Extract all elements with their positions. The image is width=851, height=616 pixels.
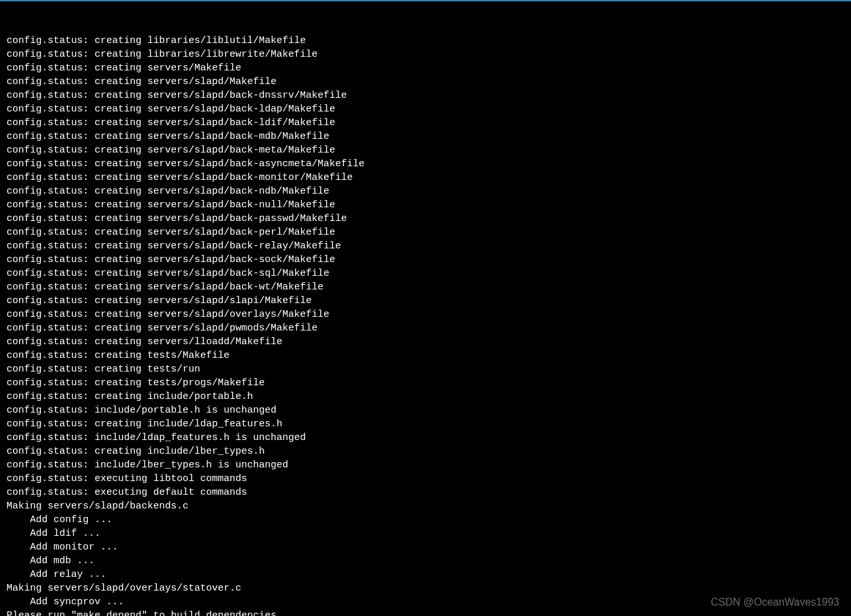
terminal-line: config.status: executing default command… bbox=[7, 486, 844, 499]
terminal-line: Add ldif ... bbox=[7, 527, 844, 540]
terminal-line: Add mdb ... bbox=[7, 554, 844, 568]
terminal-line: Making servers/slapd/overlays/statover.c bbox=[7, 581, 844, 595]
terminal-line: config.status: creating servers/slapd/ba… bbox=[7, 171, 844, 184]
terminal-output[interactable]: config.status: creating libraries/liblut… bbox=[0, 1, 851, 616]
terminal-line: Add config ... bbox=[7, 513, 844, 527]
terminal-line: config.status: executing libtool command… bbox=[7, 472, 844, 486]
terminal-line: config.status: creating servers/slapd/ba… bbox=[7, 198, 844, 212]
terminal-line: config.status: creating include/lber_typ… bbox=[7, 445, 844, 458]
terminal-line: config.status: creating servers/slapd/ba… bbox=[7, 280, 844, 294]
terminal-line: config.status: include/lber_types.h is u… bbox=[7, 458, 844, 472]
terminal-line: Making servers/slapd/backends.c bbox=[7, 499, 844, 513]
terminal-line: config.status: creating servers/slapd/ba… bbox=[7, 253, 844, 267]
terminal-line: config.status: creating servers/slapd/ba… bbox=[7, 184, 844, 198]
terminal-line: config.status: creating servers/slapd/ba… bbox=[7, 143, 844, 157]
terminal-line: Please run "make depend" to build depend… bbox=[7, 609, 844, 616]
terminal-line: config.status: creating servers/slapd/ba… bbox=[7, 89, 844, 102]
terminal-line: config.status: creating tests/run bbox=[7, 362, 844, 376]
terminal-line: config.status: creating servers/slapd/Ma… bbox=[7, 75, 844, 89]
terminal-line: config.status: creating servers/slapd/ba… bbox=[7, 157, 844, 171]
terminal-line: config.status: creating servers/slapd/ba… bbox=[7, 130, 844, 143]
terminal-line: config.status: creating servers/Makefile bbox=[7, 61, 844, 75]
terminal-line: config.status: creating servers/slapd/ba… bbox=[7, 226, 844, 239]
terminal-line: config.status: creating include/portable… bbox=[7, 390, 844, 403]
terminal-line: config.status: creating tests/Makefile bbox=[7, 349, 844, 362]
terminal-line: config.status: creating libraries/liblut… bbox=[7, 34, 844, 48]
terminal-line: config.status: creating servers/slapd/ba… bbox=[7, 212, 844, 226]
terminal-line: config.status: creating servers/slapd/ba… bbox=[7, 239, 844, 253]
terminal-lines: config.status: creating libraries/liblut… bbox=[7, 34, 844, 616]
terminal-line: config.status: include/ldap_features.h i… bbox=[7, 431, 844, 445]
terminal-line: config.status: creating servers/lloadd/M… bbox=[7, 335, 844, 349]
terminal-line: config.status: creating servers/slapd/sl… bbox=[7, 294, 844, 308]
terminal-line: Add monitor ... bbox=[7, 540, 844, 554]
terminal-line: config.status: creating servers/slapd/pw… bbox=[7, 321, 844, 335]
terminal-line: config.status: creating include/ldap_fea… bbox=[7, 417, 844, 431]
terminal-line: config.status: creating servers/slapd/ba… bbox=[7, 102, 844, 116]
terminal-line: Add relay ... bbox=[7, 568, 844, 581]
terminal-line: config.status: creating servers/slapd/ov… bbox=[7, 308, 844, 321]
terminal-line: config.status: creating tests/progs/Make… bbox=[7, 376, 844, 390]
terminal-line: config.status: creating servers/slapd/ba… bbox=[7, 267, 844, 280]
terminal-line: config.status: creating libraries/librew… bbox=[7, 48, 844, 61]
terminal-line: config.status: include/portable.h is unc… bbox=[7, 403, 844, 417]
terminal-line: config.status: creating servers/slapd/ba… bbox=[7, 116, 844, 130]
watermark-text: CSDN @OceanWaves1993 bbox=[711, 595, 839, 609]
